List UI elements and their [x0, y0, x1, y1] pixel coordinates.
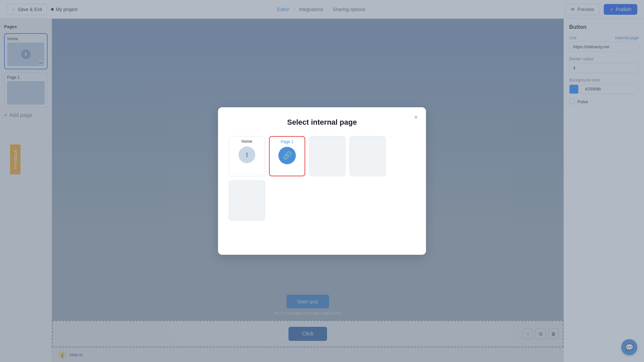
modal-close-button[interactable]: ×	[411, 113, 421, 122]
home-arrow-icon: ⬆	[244, 151, 250, 159]
modal-page-home-icon: ⬆	[238, 146, 255, 163]
modal-page-home-title: Home	[241, 139, 252, 144]
modal-page-empty-2[interactable]	[350, 136, 386, 176]
modal-page-empty-1[interactable]	[309, 136, 345, 176]
modal-pages-grid: Home ⬆ Page 1 🔗	[229, 136, 415, 221]
modal-page-page1-icon: 🔗	[278, 147, 296, 164]
modal-page-page1-title: Page 1	[281, 139, 293, 144]
modal-title: Select internal page	[229, 118, 415, 127]
modal-overlay: × Select internal page Home ⬆ Page 1 🔗	[0, 0, 644, 362]
modal: × Select internal page Home ⬆ Page 1 🔗	[218, 107, 426, 255]
modal-page-option-home[interactable]: Home ⬆	[229, 136, 265, 176]
modal-page-option-page1[interactable]: Page 1 🔗	[269, 136, 305, 176]
modal-page-empty-3[interactable]	[229, 180, 265, 221]
link-chain-icon: 🔗	[283, 151, 292, 160]
